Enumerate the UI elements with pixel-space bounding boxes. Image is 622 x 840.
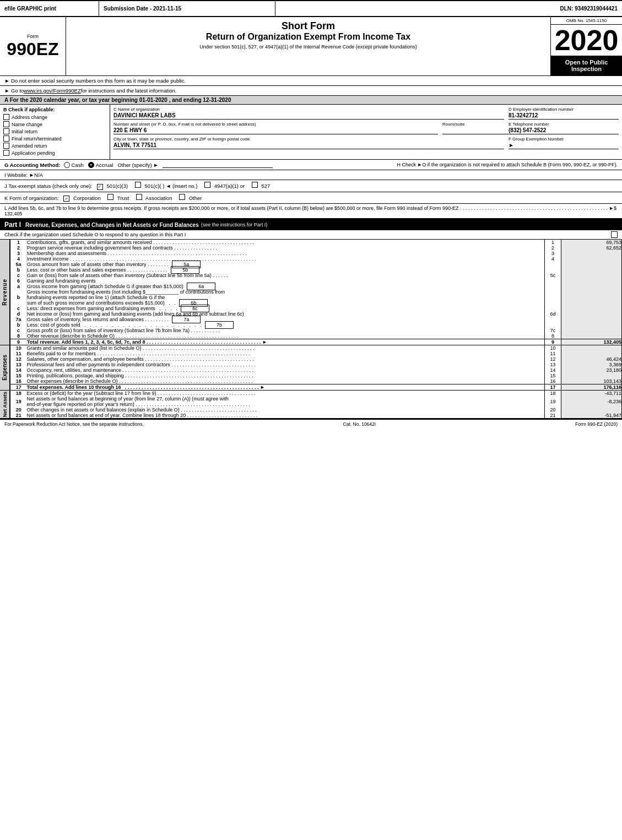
other-form-checkbox[interactable]	[179, 194, 185, 200]
accrual-radio[interactable]	[88, 162, 94, 168]
other-value[interactable]	[163, 161, 273, 168]
cash-option[interactable]: Cash	[64, 162, 84, 168]
line-1-ref: 1	[545, 240, 561, 245]
line-9-ref: 9	[545, 339, 561, 345]
table-row: a Gross income from gaming (attach Sched…	[10, 284, 622, 289]
accounting-row: G Accounting Method: Cash Accrual Other …	[0, 160, 622, 170]
check-name-change[interactable]: Name change	[3, 121, 106, 127]
form-title-col: Short Form Return of Organization Exempt…	[66, 17, 550, 75]
check-initial-return[interactable]: Initial return	[3, 128, 106, 134]
accrual-label: Accrual	[96, 162, 113, 168]
tax-527-checkbox[interactable]	[252, 182, 258, 188]
phone-value: (832) 547-2522	[509, 127, 619, 134]
check-final-return[interactable]: Final return/terminated	[3, 136, 106, 142]
tax-4947-checkbox[interactable]	[204, 182, 210, 188]
line-7a-desc: Gross sales of inventory, less returns a…	[27, 317, 545, 322]
year-col: OMB No. 1545-1150 2020 Open to Public In…	[550, 17, 622, 75]
name-change-checkbox[interactable]	[3, 121, 9, 127]
line-16-amount: 103,143	[561, 378, 622, 384]
line-6c-num: c	[10, 306, 27, 311]
line-17-desc: Total expenses. Add lines 10 through 16 …	[27, 384, 545, 391]
line-7b-num: b	[10, 322, 27, 328]
expenses-section: Expenses 10 Grants and similar amounts p…	[0, 345, 622, 391]
form-ref: Form 990-EZ (2020)	[575, 421, 618, 427]
table-row: 18 Excess or (deficit) for the year (Sub…	[10, 391, 622, 396]
notice-1: ► Do not enter social security numbers o…	[0, 76, 622, 86]
tax-4947[interactable]: 4947(a)(1) or	[204, 183, 246, 189]
address-change-checkbox[interactable]	[3, 114, 9, 120]
line-15-desc: Printing, publications, postage, and shi…	[27, 373, 545, 378]
check-application-pending[interactable]: Application pending	[3, 150, 106, 156]
tax-501c3-label: 501(c)(3)	[107, 183, 128, 189]
table-row: b Less: cost or other basis and sales ex…	[10, 267, 622, 273]
website-label: I Website: ►	[4, 172, 34, 178]
trust-checkbox[interactable]	[107, 194, 113, 200]
initial-return-checkbox[interactable]	[3, 128, 9, 134]
line-18-num: 18	[10, 391, 27, 396]
tax-4947-label: 4947(a)(1) or	[214, 183, 245, 189]
cash-radio[interactable]	[64, 162, 70, 168]
final-return-checkbox[interactable]	[3, 136, 9, 142]
table-row: b Less: cost of goods sold . . . . . . .…	[10, 322, 622, 328]
line-10-ref: 10	[545, 345, 561, 351]
g-label: G Accounting Method:	[4, 162, 61, 168]
form-number-col: Form 990EZ	[0, 17, 66, 75]
room-label: Room/suite	[442, 122, 509, 127]
application-pending-checkbox[interactable]	[3, 150, 9, 156]
line-5b-ref	[545, 267, 561, 273]
line-7c-ref: 7c	[545, 328, 561, 333]
other-form-label: Other	[189, 195, 202, 201]
return-title: Return of Organization Exempt From Incom…	[206, 32, 410, 42]
line-5b-num: b	[10, 267, 27, 273]
line-10-num: 10	[10, 345, 27, 351]
part1-see-instructions: (see the instructions for Part I)	[201, 222, 268, 227]
name-change-label: Name change	[12, 122, 42, 127]
schedule-o-checkbox[interactable]	[611, 231, 618, 238]
table-row: c Gain or (loss) from sale of assets oth…	[10, 273, 622, 278]
line-7a-amount	[561, 317, 622, 322]
notice-2-suffix: for instructions and the latest informat…	[81, 88, 177, 94]
line-16-num: 16	[10, 378, 27, 384]
line-6b-ref	[545, 289, 561, 306]
line-12-amount: 46,424	[561, 356, 622, 362]
check-address-change[interactable]: Address change	[3, 114, 106, 120]
corp-label: Corporation	[73, 195, 101, 201]
tax-501c-other-checkbox[interactable]	[135, 182, 141, 188]
ein-col: D Employer identification number 81-3242…	[509, 107, 619, 120]
line-1-amount: 69,753	[561, 240, 622, 245]
net-assets-wrapper: Net Assets 18 Excess or (deficit) for th…	[0, 391, 622, 418]
trust-option[interactable]: Trust	[107, 195, 130, 201]
corp-checkbox[interactable]	[63, 196, 69, 202]
org-name-col: C Name of organization DAVINICI MAKER LA…	[113, 107, 504, 120]
corp-option[interactable]: Corporation	[63, 195, 102, 201]
check-main: C Name of organization DAVINICI MAKER LA…	[110, 105, 622, 159]
form-label: Form	[27, 34, 39, 39]
accrual-option[interactable]: Accrual	[88, 162, 113, 168]
other-option[interactable]: Other (specify) ►	[117, 161, 272, 168]
check-amended-return[interactable]: Amended return	[3, 143, 106, 149]
line-6-ref	[545, 278, 561, 284]
notice-2-prefix: ► Go to	[4, 88, 24, 94]
table-row: 7a Gross sales of inventory, less return…	[10, 317, 622, 322]
expenses-table-main: 10 Grants and similar amounts paid (list…	[10, 345, 622, 390]
tax-501c3-checkbox[interactable]	[97, 184, 103, 190]
schedule-o-row: Check if the organization used Schedule …	[0, 230, 622, 240]
other-form-option[interactable]: Other	[179, 195, 202, 201]
h-section: H Check ► O if the organization is not r…	[273, 162, 618, 167]
l-row: L Add lines 5b, 6c, and 7b to line 9 to …	[0, 204, 622, 219]
d-label: D Employer identification number	[509, 107, 619, 112]
tax-501c3[interactable]: 501(c)(3)	[97, 183, 129, 189]
line-13-num: 13	[10, 362, 27, 367]
initial-return-label: Initial return	[12, 129, 37, 134]
net-assets-table: 18 Excess or (deficit) for the year (Sub…	[10, 391, 622, 418]
assoc-option[interactable]: Association	[136, 195, 174, 201]
line-4-num: 4	[10, 256, 27, 262]
notice-2-link[interactable]: www.irs.gov/Form990EZ	[24, 88, 80, 94]
amended-return-checkbox[interactable]	[3, 143, 9, 149]
address-col: Number and street (or P. O. box, if mail…	[113, 122, 438, 134]
assoc-checkbox[interactable]	[136, 194, 142, 200]
tax-501c-other[interactable]: 501(c)( ) ◄ (insert no.)	[135, 183, 199, 189]
expenses-wrapper: Expenses 10 Grants and similar amounts p…	[0, 345, 622, 390]
line-9-desc: Total revenue. Add lines 1, 2, 3, 4, 5c,…	[27, 339, 545, 345]
tax-527[interactable]: 527	[252, 183, 271, 189]
